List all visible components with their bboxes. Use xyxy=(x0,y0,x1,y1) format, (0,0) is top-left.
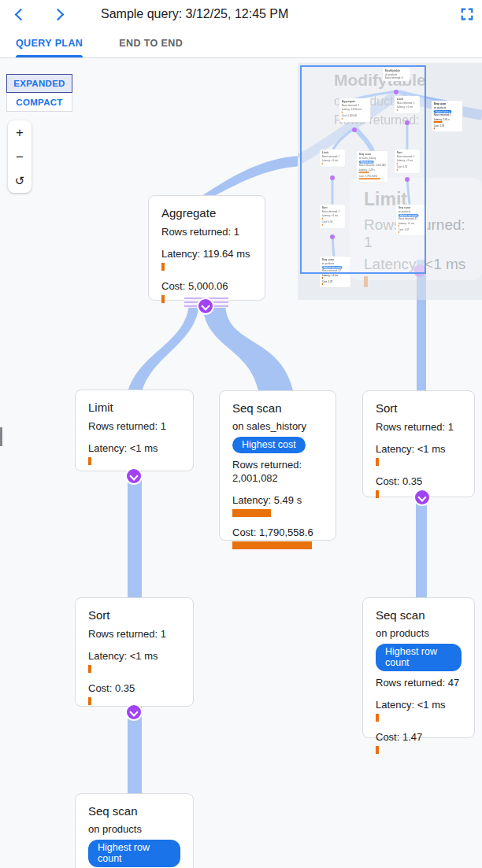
tab-bar: QUERY PLAN END TO END xyxy=(0,28,482,58)
node-latency: Latency: <1 ms xyxy=(88,441,180,455)
tab-end-to-end[interactable]: END TO END xyxy=(119,28,183,57)
node-title: Sort xyxy=(88,608,180,622)
forward-button[interactable] xyxy=(47,2,71,26)
collapse-sort-left-button[interactable] xyxy=(127,705,141,719)
tab-query-plan[interactable]: QUERY PLAN xyxy=(16,28,83,57)
cost-bar xyxy=(232,541,312,549)
zoom-controls: + − ↺ xyxy=(8,120,32,193)
node-cost: Cost: 1,790,558.6 xyxy=(232,526,323,539)
node-title: Seq scan xyxy=(88,804,180,818)
mini-node-seqscan-bottom: Seq scan on products Highest row count R… xyxy=(320,257,434,300)
collapse-limit-button[interactable] xyxy=(127,469,141,483)
node-rows: Rows returned: 1 xyxy=(161,225,252,238)
node-rows: Rows returned: 1 xyxy=(88,419,180,433)
node-table: on products xyxy=(88,823,180,835)
node-aggregate[interactable]: Aggregate Rows returned: 1 Latency: 119.… xyxy=(148,195,265,301)
node-rows: Rows returned: 47 xyxy=(376,676,462,689)
node-latency: Latency: 5.49 s xyxy=(232,493,323,507)
query-plan-canvas[interactable]: EXPANDED COMPACT + − ↺ Aggregate Rows re… xyxy=(0,58,482,868)
node-latency: Latency: <1 ms xyxy=(376,442,462,456)
node-seqscan-bottom[interactable]: Seq scan on products Highest row count R… xyxy=(75,793,194,868)
node-title: Seq scan xyxy=(232,401,323,415)
view-toggle: EXPANDED COMPACT xyxy=(6,74,72,112)
collapse-aggregate-button[interactable] xyxy=(198,299,213,313)
node-title: Sort xyxy=(376,401,462,415)
node-sort-left[interactable]: Sort Rows returned: 1 Latency: <1 ms Cos… xyxy=(75,597,194,707)
zoom-reset-button[interactable]: ↺ xyxy=(8,168,32,193)
latency-bar xyxy=(161,263,165,271)
latency-bar xyxy=(88,665,91,673)
latency-bar xyxy=(376,714,379,722)
collapse-sort-right-button[interactable] xyxy=(415,490,429,504)
node-rows: Rows returned: 1 xyxy=(376,420,462,434)
latency-bar xyxy=(376,458,379,466)
cost-bar xyxy=(376,746,379,754)
node-seqscan-sales-history[interactable]: Seq scan on sales_history Highest cost R… xyxy=(219,390,336,541)
cost-bar xyxy=(376,490,379,498)
minimap[interactable]: Modifytable on products Rows returned: L… xyxy=(298,63,482,300)
back-button[interactable] xyxy=(7,2,31,26)
cost-bar xyxy=(88,697,91,705)
node-cost: Cost: 0.35 xyxy=(376,475,462,488)
fullscreen-button[interactable] xyxy=(458,6,476,23)
page-title: Sample query: 3/12/25, 12:45 PM xyxy=(101,7,288,21)
highest-row-count-badge: Highest row count xyxy=(376,644,462,671)
latency-bar xyxy=(88,457,91,465)
compact-button[interactable]: COMPACT xyxy=(6,93,72,112)
node-cost: Cost: 1.47 xyxy=(376,730,462,744)
node-table: on sales_history xyxy=(232,420,323,432)
node-sort-right[interactable]: Sort Rows returned: 1 Latency: <1 ms Cos… xyxy=(362,390,475,497)
latency-bar xyxy=(232,509,271,517)
fullscreen-icon xyxy=(460,7,474,21)
node-latency: Latency: 119.64 ms xyxy=(161,247,252,260)
node-title: Seq scan xyxy=(376,608,462,622)
zoom-in-button[interactable]: + xyxy=(8,120,32,145)
node-title: Aggregate xyxy=(161,206,252,220)
node-cost: Cost: 5,000.06 xyxy=(161,279,252,293)
node-latency: Latency: <1 ms xyxy=(88,649,180,663)
highest-cost-badge: Highest cost xyxy=(232,437,306,453)
zoom-out-button[interactable]: − xyxy=(8,145,32,169)
node-rows: Rows returned: 2,001,082 xyxy=(232,458,323,485)
node-latency: Latency: <1 ms xyxy=(376,698,462,711)
chevron-right-icon xyxy=(51,8,64,20)
node-cost: Cost: 0.35 xyxy=(88,681,180,695)
expanded-button[interactable]: EXPANDED xyxy=(6,74,72,93)
cost-bar xyxy=(161,295,165,303)
header: Sample query: 3/12/25, 12:45 PM xyxy=(0,0,482,28)
chevron-left-icon xyxy=(14,8,27,20)
node-title: Limit xyxy=(88,401,180,414)
node-seqscan-products[interactable]: Seq scan on products Highest row count R… xyxy=(362,597,475,738)
scroll-indicator[interactable] xyxy=(0,427,2,446)
node-table: on products xyxy=(376,627,462,639)
node-rows: Rows returned: 1 xyxy=(88,627,180,641)
node-limit[interactable]: Limit Rows returned: 1 Latency: <1 ms xyxy=(75,390,194,471)
highest-row-count-badge: Highest row count xyxy=(88,840,180,867)
